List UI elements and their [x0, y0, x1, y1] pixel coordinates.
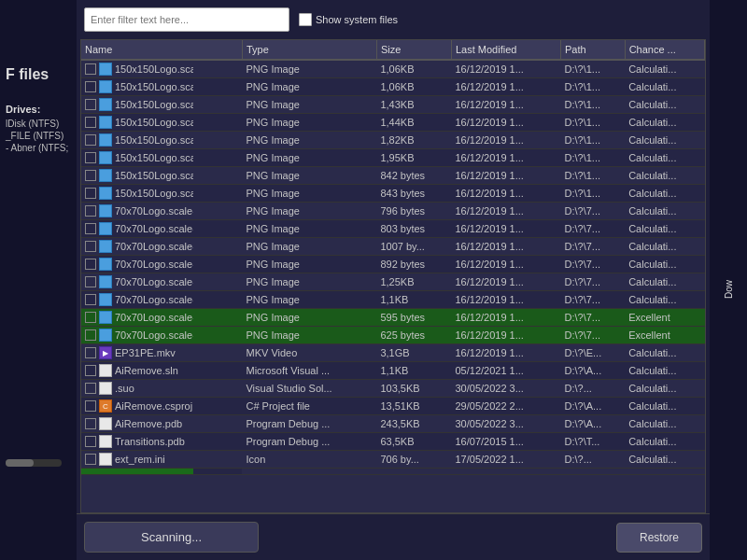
file-type-icon: C — [99, 399, 112, 413]
sidebar-scrollbar-thumb[interactable] — [6, 459, 34, 467]
file-checkbox[interactable] — [85, 365, 96, 376]
file-type-icon — [99, 435, 112, 448]
cell-modified: 05/12/2021 1... — [451, 362, 560, 380]
file-checkbox[interactable] — [85, 383, 96, 394]
cell-chance: Calculati... — [625, 96, 704, 114]
table-scroll[interactable]: Name Type Size Last Modified Path Chance… — [81, 40, 705, 512]
cell-path: D:\?\1... — [561, 185, 626, 203]
cell-type: Program Debug ... — [242, 433, 376, 451]
file-checkbox[interactable] — [85, 454, 96, 465]
table-row: .suoVisual Studio Sol...103,5KB30/05/202… — [81, 380, 705, 398]
cell-chance: Calculati... — [625, 203, 704, 220]
file-name: 150x150Logo.scale-1... — [115, 152, 193, 163]
cell-path: D:\?\1... — [561, 114, 626, 132]
drive-2: _FILE (NTFS) — [6, 131, 71, 141]
cell-type: PNG Image — [242, 78, 376, 96]
col-type[interactable]: Type — [242, 40, 376, 60]
col-chance[interactable]: Chance ... — [625, 40, 704, 60]
col-size[interactable]: Size — [376, 40, 451, 60]
file-table: Name Type Size Last Modified Path Chance… — [81, 40, 705, 475]
file-checkbox[interactable] — [85, 188, 96, 199]
cell-size: 1,06KB — [376, 78, 451, 96]
file-name: AiRemove.pdb — [115, 418, 182, 429]
table-row: 70x70Logo.scale-180...PNG Image1,1KB16/1… — [81, 291, 705, 309]
file-checkbox[interactable] — [85, 63, 96, 75]
cell-modified: 16/12/2019 1... — [451, 327, 560, 344]
cell-chance: Calculati... — [625, 291, 704, 309]
cell-path: D:\?\A... — [561, 362, 626, 380]
cell-chance: Calculati... — [625, 398, 704, 415]
file-checkbox[interactable] — [85, 134, 96, 146]
file-checkbox[interactable] — [85, 312, 96, 323]
file-type-icon — [99, 275, 112, 288]
cell-name: AiRemove.sln — [81, 362, 193, 379]
cell-type: PNG Image — [242, 132, 376, 149]
drive-1: lDisk (NTFS) — [6, 119, 71, 129]
file-checkbox[interactable] — [85, 170, 96, 181]
table-row: ext_rem.iniIcon706 by...17/05/2022 1...D… — [81, 451, 705, 469]
file-checkbox[interactable] — [85, 205, 96, 217]
cell-modified: 16/12/2019 1... — [451, 60, 560, 78]
cell-type: PNG Image — [242, 309, 376, 327]
file-checkbox[interactable] — [85, 223, 96, 234]
restore-button[interactable]: Restore — [616, 523, 702, 553]
topbar: Show system files — [77, 0, 710, 39]
file-name: EP31PE.mkv — [115, 347, 176, 358]
cell-name: 70x70Logo.scale-80.p... — [81, 309, 193, 326]
file-checkbox[interactable] — [85, 276, 96, 287]
cell-name: 150x150Logo.scale-1... — [81, 149, 193, 166]
cell-chance: Calculati... — [625, 451, 704, 469]
cell-name: 150x150Logo.scale-8... — [81, 167, 193, 184]
file-checkbox[interactable] — [85, 400, 96, 412]
cell-size: 63,5KB — [376, 433, 451, 451]
file-checkbox[interactable] — [85, 117, 96, 128]
file-checkbox[interactable] — [85, 418, 96, 429]
table-row: 150x150Logo.scale-1...PNG Image1,06KB16/… — [81, 60, 705, 78]
cell-name: 70x70Logo.scale-80_... — [81, 327, 193, 343]
file-checkbox[interactable] — [85, 347, 96, 358]
table-row: 70x70Logo.scale-100...PNG Image796 bytes… — [81, 203, 705, 220]
file-checkbox[interactable] — [85, 329, 96, 341]
cell-name: 70x70Logo.scale-100... — [81, 203, 193, 219]
file-checkbox[interactable] — [85, 81, 96, 92]
file-checkbox[interactable] — [85, 99, 96, 110]
cell-name: 70x70Logo.scale-140... — [81, 238, 193, 255]
file-type-icon — [99, 364, 112, 377]
file-type-icon — [99, 98, 112, 111]
show-system-checkbox[interactable] — [299, 13, 312, 26]
cell-modified: 16/12/2019 1... — [451, 114, 560, 132]
cell-modified: 30/05/2022 3... — [451, 380, 560, 398]
file-checkbox[interactable] — [85, 294, 96, 305]
file-checkbox[interactable] — [85, 436, 96, 447]
col-name[interactable]: Name — [81, 40, 242, 60]
col-modified[interactable]: Last Modified — [451, 40, 560, 60]
table-row: 150x150Logo.scale-1...PNG Image1,43KB16/… — [81, 96, 705, 114]
cell-size: 796 bytes — [376, 203, 451, 220]
table-row: 150x150Logo.scale-1...PNG Image1,82KB16/… — [81, 132, 705, 149]
table-row: 70x70Logo.scale-140...PNG Image892 bytes… — [81, 256, 705, 273]
cell-type: PNG Image — [242, 256, 376, 273]
cell-type: Visual Studio Sol... — [242, 380, 376, 398]
cell-modified: 17/05/2022 1... — [451, 451, 560, 469]
file-checkbox[interactable] — [85, 259, 96, 270]
cell-size: 706 by... — [376, 451, 451, 469]
cell-modified: 16/12/2019 1... — [451, 203, 560, 220]
table-row: CAiRemove.csprojC# Project file13,51KB29… — [81, 398, 705, 415]
cell-size: 803 bytes — [376, 220, 451, 238]
filter-input[interactable] — [84, 7, 289, 32]
table-row: 70x70Logo.scale-140...PNG Image803 bytes… — [81, 220, 705, 238]
cell-path: D:\?\7... — [561, 309, 626, 327]
file-name: 70x70Logo.scale-180... — [115, 294, 193, 305]
col-path[interactable]: Path — [561, 40, 626, 60]
sidebar-scrollbar[interactable] — [6, 459, 62, 467]
file-checkbox[interactable] — [85, 152, 96, 163]
dow-label: Dow — [724, 280, 734, 299]
file-checkbox[interactable] — [85, 241, 96, 252]
progress-bar — [81, 469, 193, 474]
sidebar-drives: Drives: lDisk (NTFS) _FILE (NTFS) - Abne… — [6, 104, 71, 153]
file-name: AiRemove.csproj — [115, 400, 192, 412]
file-name: 70x70Logo.scale-140... — [115, 241, 193, 252]
cell-type: PNG Image — [242, 60, 376, 78]
cell-size: 1,25KB — [376, 273, 451, 291]
cell-chance: Calculati... — [625, 132, 704, 149]
